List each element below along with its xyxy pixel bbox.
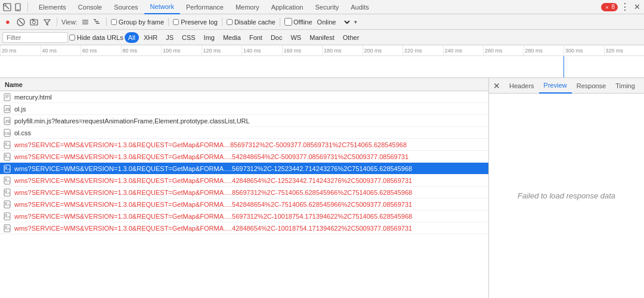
filter-other-button[interactable]: Other: [339, 32, 363, 43]
file-name: wms?SERVICE=WMS&VERSION=1.3.0&REQUEST=Ge…: [14, 225, 412, 232]
file-name: wms?SERVICE=WMS&VERSION=1.3.0&REQUEST=Ge…: [14, 201, 412, 208]
tab-audits[interactable]: Audits: [345, 0, 375, 14]
detail-tab-headers[interactable]: Headers: [504, 78, 539, 94]
group-by-frame-checkbox[interactable]: [111, 19, 117, 25]
filter-ws-button[interactable]: WS: [287, 32, 305, 43]
svg-rect-39: [4, 213, 10, 220]
offline-label[interactable]: Offline: [293, 18, 312, 26]
detail-content: Failed to load response data: [489, 94, 644, 298]
timeline-tick: 320 ms: [604, 45, 645, 55]
view-toggle: [80, 17, 102, 27]
svg-text:✕: ✕: [605, 5, 609, 9]
tab-network[interactable]: Network: [144, 0, 180, 14]
detail-tab-preview[interactable]: Preview: [539, 78, 572, 94]
tab-memory[interactable]: Memory: [230, 0, 265, 14]
close-devtools-icon[interactable]: ✕: [632, 2, 642, 12]
timeline-tick: 80 ms: [121, 45, 162, 55]
more-options-icon[interactable]: ⋮: [620, 2, 630, 12]
timeline: 20 ms40 ms60 ms80 ms100 ms120 ms140 ms16…: [0, 45, 644, 78]
svg-rect-37: [4, 201, 10, 208]
tab-elements[interactable]: Elements: [33, 0, 72, 14]
filter-img-button[interactable]: Img: [200, 32, 218, 43]
timeline-tick: 60 ms: [80, 45, 121, 55]
tab-console[interactable]: Console: [72, 0, 108, 14]
table-row[interactable]: wms?SERVICE=WMS&VERSION=1.3.0&REQUEST=Ge…: [0, 175, 488, 187]
table-row[interactable]: wms?SERVICE=WMS&VERSION=1.3.0&REQUEST=Ge…: [0, 139, 488, 151]
filter-bar: Hide data URLs All XHR JS CSS Img Media …: [0, 30, 644, 45]
file-name: wms?SERVICE=WMS&VERSION=1.3.0&REQUEST=Ge…: [14, 213, 412, 220]
preserve-log-checkbox[interactable]: [173, 19, 179, 25]
detail-tab-response[interactable]: Response: [572, 78, 611, 94]
device-toggle-icon[interactable]: [13, 2, 23, 12]
filter-css-button[interactable]: CSS: [178, 32, 199, 43]
file-type-icon: [2, 200, 12, 209]
tab-application[interactable]: Application: [265, 0, 309, 14]
offline-checkbox[interactable]: [284, 18, 292, 26]
table-row[interactable]: CSSol.css: [0, 127, 488, 139]
table-row[interactable]: mercury.html: [0, 91, 488, 103]
hide-data-urls-label[interactable]: Hide data URLs: [77, 34, 123, 41]
timeline-tick: 120 ms: [202, 45, 242, 55]
timeline-tick: 300 ms: [564, 45, 604, 55]
svg-point-30: [5, 154, 7, 156]
svg-text:CSS: CSS: [5, 132, 11, 135]
file-list-header: Name: [0, 78, 488, 91]
filter-doc-button[interactable]: Doc: [267, 32, 286, 43]
file-type-icon: [2, 188, 12, 197]
filter-manifest-button[interactable]: Manifest: [306, 32, 338, 43]
file-list[interactable]: Name mercury.htmlJSol.jsJSpolyfill.min.j…: [0, 78, 489, 298]
tab-sources[interactable]: Sources: [108, 0, 144, 14]
table-row[interactable]: wms?SERVICE=WMS&VERSION=1.3.0&REQUEST=Ge…: [0, 222, 488, 234]
table-row[interactable]: wms?SERVICE=WMS&VERSION=1.3.0&REQUEST=Ge…: [0, 151, 488, 163]
timeline-tick: 20 ms: [0, 45, 41, 55]
tab-performance[interactable]: Performance: [180, 0, 230, 14]
file-name: mercury.html: [14, 94, 52, 101]
separator-3: [168, 18, 169, 26]
svg-point-34: [5, 178, 7, 180]
detail-tabs: ✕ Headers Preview Response Timing: [489, 78, 644, 94]
disable-cache-checkbox[interactable]: [227, 19, 233, 25]
throttle-select[interactable]: Online Fast 3G Slow 3G Offline: [315, 18, 352, 26]
table-row[interactable]: wms?SERVICE=WMS&VERSION=1.3.0&REQUEST=Ge…: [0, 198, 488, 210]
table-row[interactable]: wms?SERVICE=WMS&VERSION=1.3.0&REQUEST=Ge…: [0, 210, 488, 222]
svg-point-28: [5, 142, 7, 144]
record-button[interactable]: ●: [2, 17, 13, 27]
file-type-icon: [2, 152, 12, 162]
svg-rect-35: [4, 189, 10, 196]
top-nav: Elements Console Sources Network Perform…: [0, 0, 644, 14]
svg-text:JS: JS: [5, 119, 10, 123]
timeline-body: [0, 56, 644, 77]
detail-tab-timing[interactable]: Timing: [611, 78, 640, 94]
filter-js-button[interactable]: JS: [162, 32, 177, 43]
table-row[interactable]: JSpolyfill.min.js?features=requestAnimat…: [0, 115, 488, 127]
disable-cache-label[interactable]: Disable cache: [234, 18, 275, 26]
filter-font-button[interactable]: Font: [246, 32, 266, 43]
clear-button[interactable]: [16, 17, 26, 27]
filter-media-button[interactable]: Media: [219, 32, 244, 43]
hide-data-urls-group: Hide data URLs: [69, 34, 123, 41]
table-row[interactable]: wms?SERVICE=WMS&VERSION=1.3.0&REQUEST=Ge…: [0, 187, 488, 198]
detail-close-button[interactable]: ✕: [491, 80, 502, 91]
waterfall-view-icon[interactable]: [91, 17, 102, 27]
preserve-log-label[interactable]: Preserve log: [181, 18, 218, 26]
hide-data-urls-checkbox[interactable]: [69, 35, 75, 41]
file-type-icon: CSS: [2, 128, 12, 138]
file-type-icon: [2, 224, 12, 233]
file-type-icon: [2, 92, 12, 102]
table-row[interactable]: wms?SERVICE=WMS&VERSION=1.3.0&REQUEST=Ge…: [0, 163, 488, 175]
timeline-tick: 200 ms: [363, 45, 403, 55]
svg-point-36: [5, 190, 7, 192]
group-by-frame-label[interactable]: Group by frame: [119, 18, 164, 26]
table-row[interactable]: JSol.js: [0, 103, 488, 115]
filter-all-button[interactable]: All: [125, 32, 139, 43]
file-type-icon: [2, 140, 12, 150]
list-view-icon[interactable]: [80, 17, 91, 27]
filter-input[interactable]: [2, 32, 68, 43]
filter-xhr-button[interactable]: XHR: [140, 32, 161, 43]
inspect-icon[interactable]: [2, 2, 12, 12]
tab-security[interactable]: Security: [309, 0, 345, 14]
screenshot-button[interactable]: [29, 17, 39, 27]
filter-button[interactable]: [42, 17, 52, 27]
svg-point-42: [5, 226, 7, 228]
view-label: View:: [61, 18, 78, 26]
